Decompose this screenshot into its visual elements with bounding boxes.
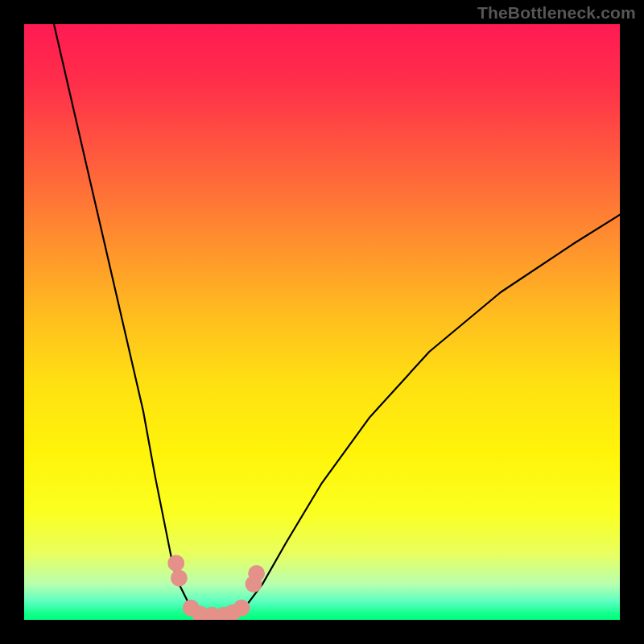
curve-right-branch [233, 215, 620, 617]
curve-layer [54, 24, 620, 617]
trough-dot [167, 555, 184, 572]
curve-left-branch [54, 24, 208, 617]
chart-svg [24, 24, 620, 620]
dot-layer [167, 555, 265, 620]
watermark-text: TheBottleneck.com [477, 3, 636, 23]
plot-area [24, 24, 620, 620]
trough-dot [233, 600, 250, 617]
trough-dot [248, 565, 265, 582]
trough-dot [171, 570, 188, 587]
outer-frame: TheBottleneck.com [0, 0, 644, 644]
